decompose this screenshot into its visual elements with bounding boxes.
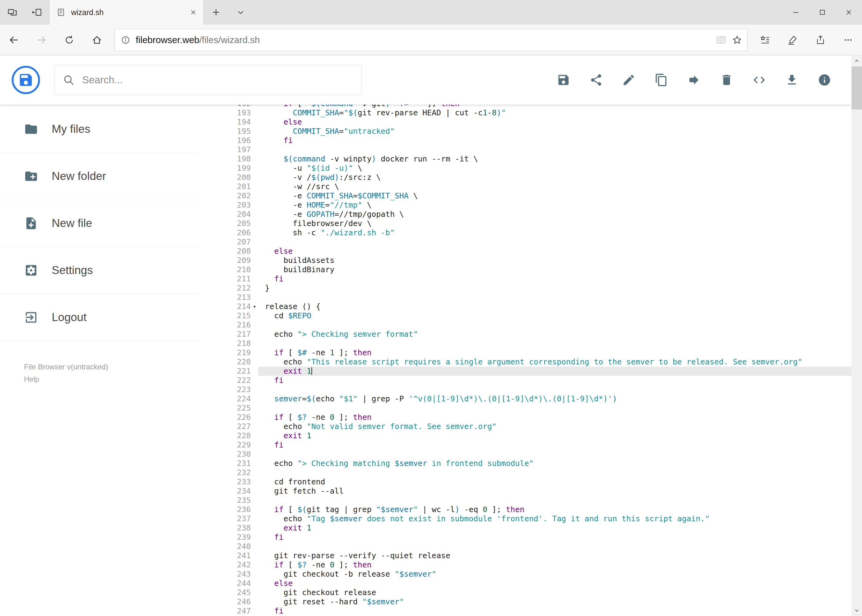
code-line[interactable]: 192 if [ "$(command -v git)" != "" ]; th… — [220, 105, 851, 108]
code-line[interactable]: 235 — [220, 496, 851, 505]
code-editor[interactable]: 192 if [ "$(command -v git)" != "" ]; th… — [220, 105, 851, 616]
code-line[interactable]: 236 if [ $(git tag | grep "$semver" | wc… — [220, 505, 851, 514]
minimize-button[interactable] — [783, 0, 809, 25]
code-line[interactable]: 215 cd $REPO — [220, 311, 851, 321]
code-line[interactable]: 201 -w //src \ — [220, 182, 851, 191]
code-line[interactable]: 196 fi — [220, 136, 851, 145]
code-line[interactable]: 240 — [220, 542, 851, 551]
back-button[interactable] — [0, 25, 28, 55]
code-line[interactable]: 225 — [220, 404, 851, 413]
code-line[interactable]: 198 $(command -v winpty) docker run --rm… — [220, 154, 851, 163]
code-line[interactable]: 194 else — [220, 118, 851, 127]
home-button[interactable] — [83, 25, 111, 55]
copy-icon[interactable] — [655, 73, 668, 87]
code-line[interactable]: 223 — [220, 385, 851, 394]
code-line[interactable]: 229 fi — [220, 440, 851, 449]
code-line[interactable]: 216 — [220, 321, 851, 330]
tab-close-icon[interactable] — [190, 9, 197, 16]
code-line[interactable]: 212} — [220, 284, 851, 293]
sidebar-item-new-folder[interactable]: New folder — [0, 153, 198, 200]
code-line[interactable]: 232 — [220, 468, 851, 477]
code-line[interactable]: 202 -e COMMIT_SHA=$COMMIT_SHA \ — [220, 191, 851, 201]
code-line[interactable]: 222 fi — [220, 376, 851, 385]
code-icon[interactable] — [752, 73, 766, 87]
set-tabs-aside-button[interactable] — [25, 0, 49, 25]
code-line[interactable]: 239 fi — [220, 533, 851, 542]
code-line[interactable]: 203 -e HOME="//tmp" \ — [220, 201, 851, 210]
fold-marker-icon[interactable]: ▾ — [251, 302, 258, 311]
code-line[interactable]: 219 if [ $# -ne 1 ]; then — [220, 348, 851, 357]
code-line[interactable]: 243 git checkout -b release "$semver" — [220, 570, 851, 579]
code-line[interactable]: 213 — [220, 293, 851, 302]
url-text[interactable]: filebrowser.web/files/wizard.sh — [136, 35, 710, 45]
code-line[interactable]: 230 — [220, 449, 851, 459]
code-line[interactable]: 209 buildAssets — [220, 256, 851, 265]
code-line[interactable]: 195 COMMIT_SHA="untracked" — [220, 127, 851, 136]
code-line[interactable]: 197 — [220, 145, 851, 154]
hub-button[interactable] — [751, 25, 779, 55]
code-line[interactable]: 233 cd frontend — [220, 477, 851, 487]
sidebar-item-logout[interactable]: Logout — [0, 294, 198, 341]
tabs-preview-button[interactable] — [0, 0, 25, 25]
site-info-icon[interactable] — [121, 35, 130, 45]
move-icon[interactable] — [687, 73, 701, 87]
sidebar-item-settings[interactable]: Settings — [0, 247, 198, 294]
info-icon[interactable] — [818, 73, 831, 87]
code-line[interactable]: 244 else — [220, 579, 851, 588]
code-line[interactable]: 211 fi — [220, 274, 851, 284]
scrollbar-thumb[interactable] — [851, 66, 862, 110]
refresh-button[interactable] — [55, 25, 83, 55]
code-line[interactable]: 217 echo "> Checking semver format" — [220, 330, 851, 339]
code-line[interactable]: 246 git reset --hard "$semver" — [220, 597, 851, 607]
code-line[interactable]: 242 if [ $? -ne 0 ]; then — [220, 560, 851, 570]
code-line[interactable]: 214▾release () { — [220, 302, 851, 311]
code-line[interactable]: 228 exit 1 — [220, 431, 851, 440]
forward-button[interactable] — [28, 25, 55, 55]
code-line[interactable]: 210 buildBinary — [220, 265, 851, 274]
maximize-button[interactable] — [809, 0, 835, 25]
code-line[interactable]: 241 git rev-parse --verify --quiet relea… — [220, 551, 851, 560]
more-button[interactable] — [834, 25, 862, 55]
app-logo[interactable] — [12, 66, 40, 94]
code-line[interactable]: 238 exit 1 — [220, 523, 851, 533]
new-tab-button[interactable] — [204, 0, 229, 25]
code-line[interactable]: 200 -v /$(pwd):/src:z \ — [220, 173, 851, 182]
code-line[interactable]: 237 echo "Tag $semver does not exist in … — [220, 514, 851, 523]
page-scrollbar[interactable] — [851, 55, 862, 616]
code-line[interactable]: 205 filebrowser/dev \ — [220, 219, 851, 228]
sidebar-item-my-files[interactable]: My files — [0, 106, 198, 153]
code-line[interactable]: 218 — [220, 339, 851, 348]
code-line[interactable]: 226 if [ $? -ne 0 ]; then — [220, 413, 851, 422]
code-line[interactable]: 247 fi — [220, 607, 851, 616]
code-line[interactable]: 199 -u "$(id -u)" \ — [220, 163, 851, 173]
code-line[interactable]: 221 exit 1 — [220, 366, 851, 376]
delete-icon[interactable] — [720, 73, 733, 87]
code-line[interactable]: 224 semver=$(echo "$1" | grep -P '^v(0|[… — [220, 394, 851, 404]
browser-tab[interactable]: wizard.sh — [49, 0, 204, 25]
search-input[interactable] — [82, 74, 354, 86]
help-link[interactable]: Help — [24, 373, 220, 385]
scroll-down-button[interactable] — [851, 605, 862, 616]
code-line[interactable]: 207 — [220, 237, 851, 247]
add-favorite-icon[interactable] — [732, 35, 742, 45]
code-line[interactable]: 220 echo "This release script requires a… — [220, 357, 851, 366]
share-button[interactable] — [807, 25, 834, 55]
close-button[interactable] — [835, 0, 862, 25]
sidebar-item-new-file[interactable]: New file — [0, 200, 198, 247]
search-bar[interactable] — [54, 65, 362, 95]
code-line[interactable]: 193 COMMIT_SHA="$(git rev-parse HEAD | c… — [220, 108, 851, 118]
code-line[interactable]: 227 echo "Not valid semver format. See s… — [220, 422, 851, 431]
web-note-button[interactable] — [779, 25, 807, 55]
code-line[interactable]: 245 git checkout release — [220, 588, 851, 597]
address-bar[interactable]: filebrowser.web/files/wizard.sh — [115, 29, 747, 51]
code-line[interactable]: 204 -e GOPATH=//tmp/gopath \ — [220, 210, 851, 219]
code-line[interactable]: 206 sh -c "./wizard.sh -b" — [220, 228, 851, 237]
save-icon[interactable] — [557, 73, 570, 87]
scroll-up-button[interactable] — [851, 55, 862, 66]
code-line[interactable]: 231 echo "> Checking matching $semver in… — [220, 459, 851, 468]
tab-preview-toggle[interactable] — [229, 0, 253, 25]
download-icon[interactable] — [785, 73, 799, 87]
share-icon[interactable] — [589, 73, 603, 87]
code-line[interactable]: 208 else — [220, 247, 851, 256]
edit-icon[interactable] — [622, 73, 635, 87]
